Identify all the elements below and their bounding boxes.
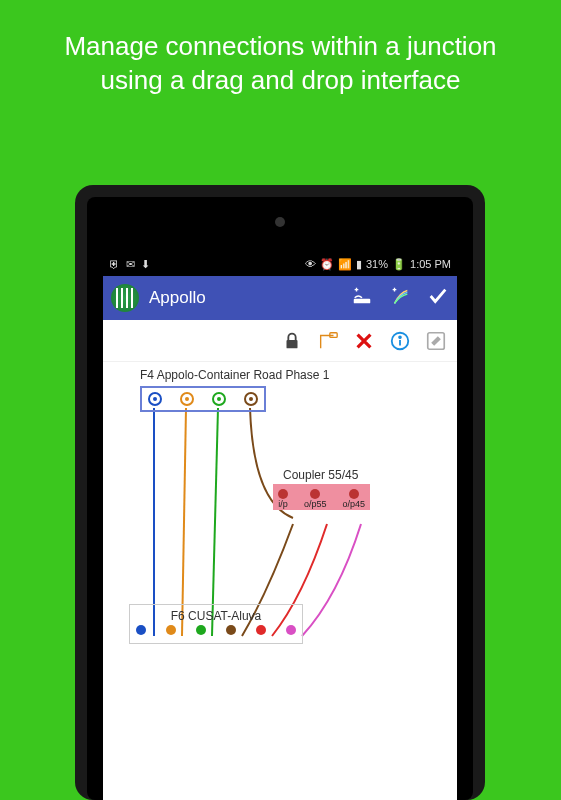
wires-overlay [103, 362, 457, 762]
top-junction-box[interactable] [140, 386, 266, 412]
bottom-junction-box[interactable]: F6 CUSAT-Aluva [129, 604, 303, 644]
eye-icon: 👁 [305, 258, 316, 270]
status-bar: ⛨ ✉ ⬇ 👁 ⏰ 📶 ▮ 31% 🔋 1:05 PM [103, 252, 457, 276]
mail-icon: ✉ [126, 258, 135, 271]
clock-text: 1:05 PM [410, 258, 451, 270]
svg-rect-1 [287, 340, 298, 348]
alarm-icon: ⏰ [320, 258, 334, 271]
add-router-button[interactable] [351, 285, 373, 311]
add-cable-button[interactable] [389, 285, 411, 311]
bot-port-orange[interactable] [166, 625, 176, 635]
device-screen: ⛨ ✉ ⬇ 👁 ⏰ 📶 ▮ 31% 🔋 1:05 PM Appollo [103, 252, 457, 800]
svg-rect-0 [354, 299, 371, 304]
bot-port-red[interactable] [256, 625, 266, 635]
port-blue[interactable] [148, 392, 162, 406]
connection-canvas[interactable]: F4 Appolo-Container Road Phase 1 Coupler… [103, 362, 457, 374]
toolbar [103, 320, 457, 362]
port-brown[interactable] [244, 392, 258, 406]
tablet-frame: ⛨ ✉ ⬇ 👁 ⏰ 📶 ▮ 31% 🔋 1:05 PM Appollo [75, 185, 485, 800]
download-icon: ⬇ [141, 258, 150, 271]
confirm-button[interactable] [427, 285, 449, 311]
app-logo-icon [111, 284, 139, 312]
mid-box-label: Coupler 55/45 [283, 468, 358, 482]
coupler-port-op55[interactable]: o/p55 [304, 489, 327, 509]
coupler-port-ip[interactable]: i/p [278, 489, 288, 509]
port-orange[interactable] [180, 392, 194, 406]
info-button[interactable] [389, 330, 411, 352]
delete-button[interactable] [353, 330, 375, 352]
app-title: Appollo [149, 288, 341, 308]
wifi-icon: 📶 [338, 258, 352, 271]
bot-port-brown[interactable] [226, 625, 236, 635]
camera-dot [275, 217, 285, 227]
bot-port-green[interactable] [196, 625, 206, 635]
bot-port-magenta[interactable] [286, 625, 296, 635]
edit-button[interactable] [425, 330, 447, 352]
top-box-label: F4 Appolo-Container Road Phase 1 [140, 368, 329, 382]
coupler-port-op45[interactable]: o/p45 [343, 489, 366, 509]
measure-button[interactable] [317, 330, 339, 352]
promo-tagline: Manage connections within a junction usi… [0, 0, 561, 123]
shield-icon: ⛨ [109, 258, 120, 270]
bot-box-label: F6 CUSAT-Aluva [136, 609, 296, 623]
bot-port-blue[interactable] [136, 625, 146, 635]
port-green[interactable] [212, 392, 226, 406]
battery-pct: 31% [366, 258, 388, 270]
svg-point-4 [399, 336, 401, 338]
battery-icon: 🔋 [392, 258, 406, 271]
lock-button[interactable] [281, 330, 303, 352]
signal-icon: ▮ [356, 258, 362, 271]
coupler-box[interactable]: i/p o/p55 o/p45 [273, 484, 370, 510]
app-bar: Appollo [103, 276, 457, 320]
